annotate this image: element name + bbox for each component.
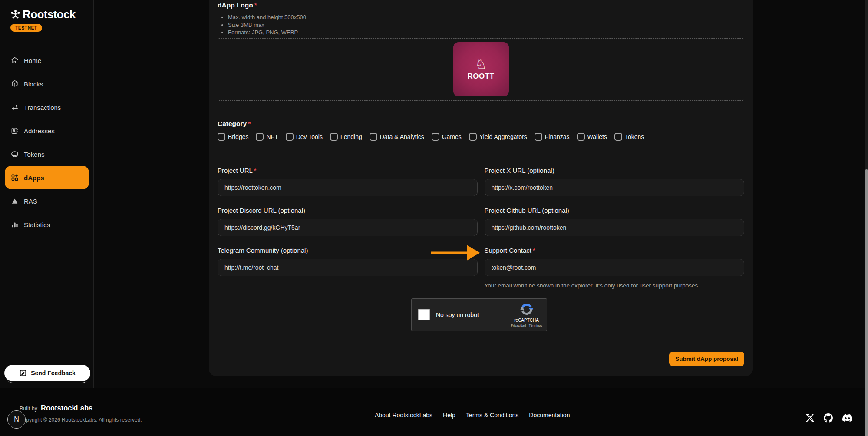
checkbox-box[interactable] <box>614 133 622 141</box>
triangle-icon <box>10 197 19 205</box>
sidebar-nav: Home Blocks Transactions <box>0 49 93 236</box>
recaptcha-label: No soy un robot <box>436 311 479 318</box>
sidebar: Rootstock TESTNET Home Blocks <box>0 0 94 388</box>
checkbox-data-analytics[interactable]: Data & Analytics <box>370 133 424 141</box>
brand[interactable]: Rootstock <box>0 0 93 21</box>
feedback-pencil-icon <box>19 369 27 377</box>
form-grid: Project URL* Project X URL (optional) Pr… <box>218 167 744 289</box>
checkbox-finanzas[interactable]: Finanzas <box>535 133 570 141</box>
scrollbar-thumb[interactable] <box>865 169 868 436</box>
checkbox-box[interactable] <box>535 133 542 141</box>
brand-name: Rootstock <box>23 8 76 21</box>
coin-icon <box>10 150 19 159</box>
recaptcha-links[interactable]: Privacidad - Términos <box>511 324 542 327</box>
discord-icon[interactable] <box>842 413 852 423</box>
testnet-badge: TESTNET <box>10 24 42 32</box>
category-label: Category* <box>218 120 744 128</box>
built-by: Built by RootstockLabs <box>20 404 92 412</box>
checkbox-tokens[interactable]: Tokens <box>614 133 644 141</box>
recaptcha-logo-icon <box>520 302 534 318</box>
discord-url-input[interactable] <box>218 219 478 236</box>
checkbox-box[interactable] <box>370 133 377 141</box>
checkbox-dev-tools[interactable]: Dev Tools <box>286 133 323 141</box>
checkbox-box[interactable] <box>256 133 264 141</box>
copyright: Copyright © 2026 RootstockLabs. All righ… <box>20 417 142 423</box>
home-icon <box>10 56 19 65</box>
checkbox-nft[interactable]: NFT <box>256 133 278 141</box>
support-contact-input[interactable] <box>485 259 745 276</box>
sidebar-item-statistics[interactable]: Statistics <box>0 213 93 236</box>
footer-link-terms[interactable]: Terms & Conditions <box>466 412 518 419</box>
checkbox-box[interactable] <box>330 133 338 141</box>
checkbox-wallets[interactable]: Wallets <box>577 133 607 141</box>
github-icon[interactable] <box>824 413 833 423</box>
cube-icon <box>10 79 19 88</box>
footer: Built by RootstockLabs Copyright © 2026 … <box>0 388 868 436</box>
checkbox-box[interactable] <box>432 133 439 141</box>
project-url-input[interactable] <box>218 179 478 196</box>
field-x-url: Project X URL (optional) <box>485 167 745 196</box>
sidebar-item-home[interactable]: Home <box>0 49 93 72</box>
github-url-input[interactable] <box>485 219 745 236</box>
checkbox-bridges[interactable]: Bridges <box>218 133 248 141</box>
contact-card-icon <box>10 126 19 135</box>
category-options: Bridges NFT Dev Tools Lending Data & Ana… <box>218 133 744 141</box>
logo-rules: Max. width and height 500x500 Size 3MB m… <box>228 13 744 36</box>
dapps-grid-icon <box>10 173 19 182</box>
recaptcha-widget: No soy un robot reCAPTCHA Privacidad - T… <box>411 298 547 331</box>
checkbox-yield-aggregators[interactable]: Yield Aggregators <box>469 133 527 141</box>
sidebar-item-tokens[interactable]: Tokens <box>0 142 93 166</box>
sidebar-item-ras[interactable]: RAS <box>0 189 93 213</box>
knight-icon: ♘ <box>475 58 487 71</box>
main-content: dApp Logo* Max. width and height 500x500… <box>94 0 868 388</box>
send-feedback-button[interactable]: Send Feedback <box>4 365 90 381</box>
recaptcha-brand: reCAPTCHA Privacidad - Términos <box>511 302 542 327</box>
field-github-url: Project Github URL (optional) <box>485 207 745 236</box>
field-support-contact: Support Contact* Your email won't be sho… <box>485 247 745 289</box>
x-icon[interactable] <box>806 414 814 422</box>
x-url-input[interactable] <box>485 179 745 196</box>
dapp-proposal-card: dApp Logo* Max. width and height 500x500… <box>209 0 753 376</box>
checkbox-games[interactable]: Games <box>432 133 462 141</box>
sidebar-item-dapps[interactable]: dApps <box>5 166 89 189</box>
dapp-logo-label: dApp Logo* <box>218 1 744 9</box>
sidebar-item-blocks[interactable]: Blocks <box>0 72 93 96</box>
field-discord-url: Project Discord URL (optional) <box>218 207 478 236</box>
footer-social <box>806 413 852 423</box>
checkbox-box[interactable] <box>286 133 294 141</box>
footer-link-docs[interactable]: Documentation <box>529 412 570 419</box>
footer-links: About RootstockLabs Help Terms & Conditi… <box>375 412 570 419</box>
bar-chart-icon <box>10 220 19 229</box>
field-project-url: Project URL* <box>218 167 478 196</box>
recaptcha-checkbox[interactable] <box>418 309 430 320</box>
rootstock-logo-icon <box>10 9 21 20</box>
logo-upload-dropzone[interactable]: ♘ ROOTT <box>218 38 744 101</box>
footer-link-help[interactable]: Help <box>443 412 455 419</box>
checkbox-box[interactable] <box>218 133 225 141</box>
company-name[interactable]: RootstockLabs <box>41 404 92 412</box>
swap-arrows-icon <box>10 103 19 112</box>
widget-bubble[interactable]: N <box>7 410 26 429</box>
sidebar-item-addresses[interactable]: Addresses <box>0 119 93 142</box>
submit-dapp-proposal-button[interactable]: Submit dApp proposal <box>669 352 744 366</box>
pointer-arrow <box>431 245 480 262</box>
sidebar-item-transactions[interactable]: Transactions <box>0 96 93 119</box>
checkbox-box[interactable] <box>469 133 477 141</box>
logo-preview: ♘ ROOTT <box>453 42 509 96</box>
checkbox-box[interactable] <box>577 133 585 141</box>
checkbox-lending[interactable]: Lending <box>330 133 362 141</box>
footer-link-about[interactable]: About RootstockLabs <box>375 412 432 419</box>
support-note: Your email won't be shown in the explore… <box>485 282 745 289</box>
